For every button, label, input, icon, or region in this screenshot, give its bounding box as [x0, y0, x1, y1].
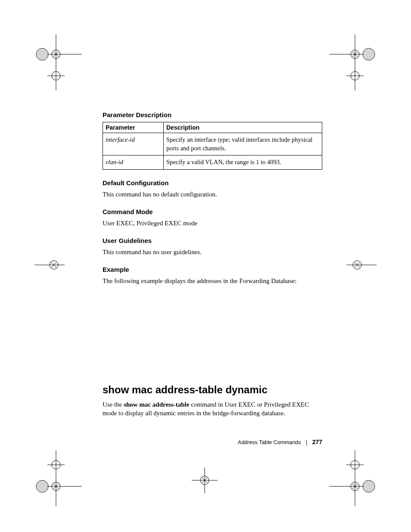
svg-point-36 [363, 480, 375, 492]
page-footer: Address Table Commands | 277 [103, 439, 322, 445]
command-intro: Use the show mac address-table command i… [103, 400, 322, 418]
th-description: Description [164, 122, 322, 133]
crop-mark-icon [329, 34, 377, 90]
th-parameter: Parameter [103, 122, 164, 133]
footer-chapter: Address Table Commands [238, 439, 301, 445]
crop-mark-icon [34, 450, 82, 506]
heading-example: Example [103, 266, 322, 273]
intro-bold: show mac address-table [124, 401, 189, 408]
crop-mark-icon [34, 254, 65, 276]
table-header-row: Parameter Description [103, 122, 322, 133]
cell-desc: Specify a valid VLAN, the range is 1 to … [164, 156, 322, 170]
heading-command-mode: Command Mode [103, 208, 322, 215]
table-row: vlan-id Specify a valid VLAN, the range … [103, 156, 322, 170]
parameter-table: Parameter Description interface-id Speci… [103, 122, 322, 170]
footer-separator: | [306, 439, 307, 445]
text-default-configuration: This command has no default configuratio… [103, 190, 322, 199]
svg-point-10 [363, 48, 375, 60]
command-title: show mac address-table dynamic [103, 384, 322, 396]
crop-mark-icon [329, 450, 377, 506]
intro-pre: Use the [103, 401, 124, 408]
svg-point-27 [36, 480, 48, 492]
cell-param: interface-id [103, 133, 164, 156]
svg-point-1 [36, 48, 48, 60]
text-user-guidelines: This command has no user guidelines. [103, 248, 322, 256]
cell-param: vlan-id [103, 156, 164, 170]
heading-user-guidelines: User Guidelines [103, 237, 322, 244]
text-command-mode: User EXEC, Privileged EXEC mode [103, 219, 322, 227]
crop-mark-icon [192, 467, 218, 493]
page-content: Parameter Description Parameter Descript… [103, 111, 322, 419]
heading-default-configuration: Default Configuration [103, 179, 322, 187]
crop-mark-icon [34, 34, 82, 90]
text-example: The following example displays the addre… [103, 277, 322, 285]
cell-desc: Specify an interface type; valid interfa… [164, 133, 322, 156]
crop-mark-icon [346, 254, 377, 276]
footer-page-number: 277 [312, 439, 322, 445]
heading-parameter-description: Parameter Description [103, 111, 322, 118]
table-row: interface-id Specify an interface type; … [103, 133, 322, 156]
